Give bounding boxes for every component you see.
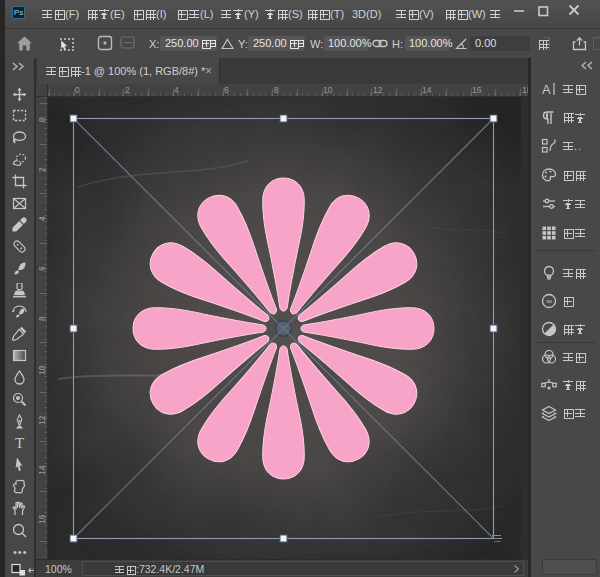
svg-text:∞: ∞ [546,297,552,306]
svg-text:T: T [15,435,24,450]
svg-text:A: A [542,82,551,97]
